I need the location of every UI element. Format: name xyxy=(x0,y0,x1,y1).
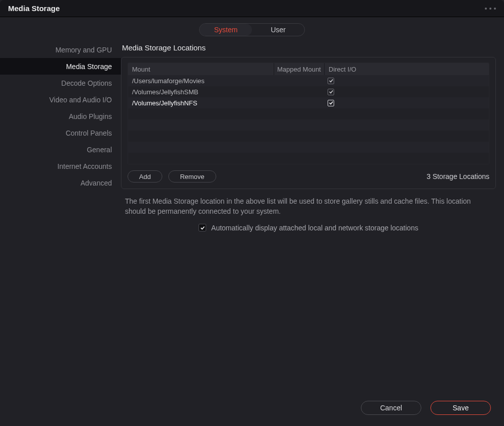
window-title: Media Storage xyxy=(8,4,60,13)
sidebar-item-video-audio-io[interactable]: Video and Audio I/O xyxy=(0,91,121,108)
cell-direct-io xyxy=(325,89,489,95)
sidebar-item-media-storage[interactable]: Media Storage xyxy=(0,58,121,75)
cell-mount: /Volumes/JellyfishSMB xyxy=(128,88,274,96)
check-icon xyxy=(200,225,205,230)
locations-table: Mount Mapped Mount Direct I/O /Users/lum… xyxy=(128,63,489,164)
locations-count: 3 Storage Locations xyxy=(426,172,489,180)
panel-actions: Add Remove 3 Storage Locations xyxy=(128,170,489,182)
help-text: The first Media Storage location in the … xyxy=(121,189,496,217)
table-row[interactable]: /Users/lumaforge/Movies xyxy=(128,75,489,86)
sidebar-item-internet-accounts[interactable]: Internet Accounts xyxy=(0,158,121,174)
sidebar-item-general[interactable]: General xyxy=(0,141,121,158)
table-row[interactable]: /Volumes/JellyfishSMB xyxy=(128,86,489,97)
sidebar-item-memory-gpu[interactable]: Memory and GPU xyxy=(0,41,121,58)
table-row[interactable]: /Volumes/JellyfishNFS xyxy=(128,97,489,108)
sidebar-item-label: Video and Audio I/O xyxy=(49,96,112,104)
sidebar-item-decode-options[interactable]: Decode Options xyxy=(0,75,121,91)
more-icon[interactable] xyxy=(485,8,496,10)
table-header: Mount Mapped Mount Direct I/O xyxy=(128,63,489,75)
table-row-empty xyxy=(128,131,489,142)
sidebar-item-audio-plugins[interactable]: Audio Plugins xyxy=(0,108,121,125)
locations-panel: Mount Mapped Mount Direct I/O /Users/lum… xyxy=(121,57,496,189)
table-row-empty xyxy=(128,142,489,153)
table-row-empty xyxy=(128,119,489,131)
save-button[interactable]: Save xyxy=(430,401,491,415)
direct-io-checkbox[interactable] xyxy=(328,100,334,106)
top-tabs: System User xyxy=(199,23,305,36)
remove-button[interactable]: Remove xyxy=(168,170,216,182)
check-icon xyxy=(329,89,334,94)
direct-io-checkbox[interactable] xyxy=(328,78,334,84)
sidebar-item-control-panels[interactable]: Control Panels xyxy=(0,125,121,141)
top-tabs-row: System User xyxy=(0,17,504,40)
auto-display-label: Automatically display attached local and… xyxy=(211,224,418,232)
content-column: Media Storage Locations Mount Mapped Mou… xyxy=(121,40,504,401)
check-icon xyxy=(329,78,334,83)
sidebar-item-label: Decode Options xyxy=(61,79,112,87)
section-title: Media Storage Locations xyxy=(121,40,496,57)
table-row-empty xyxy=(128,153,489,164)
sidebar-item-label: Media Storage xyxy=(66,63,112,71)
col-header-mapped[interactable]: Mapped Mount xyxy=(274,63,325,75)
cell-mount: /Volumes/JellyfishNFS xyxy=(128,99,274,107)
tab-user[interactable]: User xyxy=(252,24,304,36)
footer: Cancel Save xyxy=(0,401,504,426)
main-area: Memory and GPU Media Storage Decode Opti… xyxy=(0,40,504,401)
add-button[interactable]: Add xyxy=(128,170,162,182)
cell-direct-io xyxy=(325,100,489,106)
sidebar-item-label: Audio Plugins xyxy=(69,112,112,120)
sidebar-item-label: General xyxy=(87,146,112,154)
direct-io-checkbox[interactable] xyxy=(328,89,334,95)
cell-direct-io xyxy=(325,78,489,84)
sidebar-item-label: Memory and GPU xyxy=(55,46,112,54)
check-icon xyxy=(329,100,334,105)
cancel-button[interactable]: Cancel xyxy=(361,401,421,415)
cell-mount: /Users/lumaforge/Movies xyxy=(128,77,274,85)
table-body: /Users/lumaforge/Movies/Volumes/Jellyfis… xyxy=(128,75,489,164)
auto-display-row: Automatically display attached local and… xyxy=(121,217,496,232)
sidebar-item-label: Control Panels xyxy=(66,129,112,137)
table-row-empty xyxy=(128,108,489,119)
auto-display-checkbox[interactable] xyxy=(199,224,206,231)
title-bar: Media Storage xyxy=(0,0,504,17)
sidebar-item-advanced[interactable]: Advanced xyxy=(0,174,121,191)
sidebar-item-label: Internet Accounts xyxy=(57,162,112,170)
tab-system[interactable]: System xyxy=(200,24,252,36)
sidebar-item-label: Advanced xyxy=(81,179,112,187)
col-header-mount[interactable]: Mount xyxy=(128,63,274,75)
col-header-direct[interactable]: Direct I/O xyxy=(325,66,489,73)
sidebar: Memory and GPU Media Storage Decode Opti… xyxy=(0,40,121,401)
